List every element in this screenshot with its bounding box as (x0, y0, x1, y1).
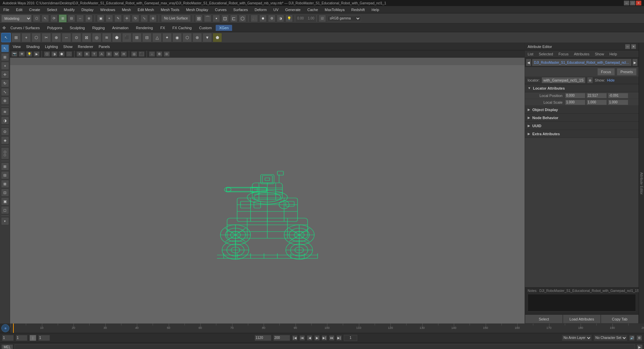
vp-ctrl-wire[interactable]: ⬡ (44, 51, 50, 57)
vp-ctrl-render[interactable]: ▶ (34, 51, 40, 57)
vp-ctrl-camera[interactable]: 📷 (11, 51, 17, 57)
vp-ctrl-gear[interactable]: ⚙ (156, 51, 162, 57)
loop-btn[interactable]: ⬡ (32, 33, 41, 42)
timeline-ruler[interactable]: 1020304050607080901001101201301401501601… (10, 323, 644, 333)
slide-btn[interactable]: ↔ (62, 33, 71, 42)
left-pivot-btn[interactable]: ◈ (1, 136, 9, 144)
offset-btn[interactable]: ⊟ (142, 33, 152, 42)
left-move-btn[interactable]: ✛ (1, 70, 9, 79)
bridge-btn[interactable]: ⊠ (82, 33, 91, 42)
left-universal-btn[interactable]: ⊛ (1, 97, 9, 105)
vp-ctrl-ao[interactable]: A (99, 51, 105, 57)
crease-btn[interactable]: ⊕ (52, 33, 61, 42)
toolbar-btn-5[interactable]: ↔ (76, 15, 84, 22)
left-more-btn[interactable]: ▼ (1, 217, 9, 225)
vp-ctrl-isolate[interactable]: ◎ (131, 51, 137, 57)
reduce-btn[interactable]: ▼ (203, 33, 212, 42)
transport-start-btn[interactable]: |◀ (292, 335, 298, 341)
vp-ctrl-mo[interactable]: M (113, 51, 119, 57)
settings-btn[interactable]: ⚙ (637, 335, 642, 341)
menu-generate[interactable]: Generate (284, 7, 302, 12)
poke-btn[interactable]: ✦ (162, 33, 172, 42)
toolbar-btn-1[interactable]: ⬡ (33, 15, 40, 22)
mode-selector[interactable]: Modeling (1, 15, 32, 22)
range-slider[interactable]: | (30, 335, 36, 341)
circularize-btn[interactable]: ◉ (172, 33, 182, 42)
vp-ctrl-tex[interactable]: T (91, 51, 97, 57)
left-paint-btn[interactable]: ⊞ (1, 53, 9, 61)
menu-redshift[interactable]: Redshift (350, 7, 366, 12)
menu-help[interactable]: Help (370, 7, 381, 12)
vp-menu-renderer[interactable]: Renderer (78, 45, 93, 49)
right-panel-tab[interactable]: Attribute Editor (639, 43, 644, 323)
menu-curves[interactable]: Curves (214, 7, 228, 12)
attr-node-name-field[interactable] (532, 59, 631, 66)
frame-end-range-end[interactable] (273, 335, 290, 341)
menu-mesh-display[interactable]: Mesh Display (185, 7, 210, 12)
uuid-section[interactable]: ▶ UUID (525, 122, 639, 130)
transport-next-key-btn[interactable]: ⏭ (329, 335, 334, 341)
attr-prev-btn[interactable]: ◀ (526, 59, 531, 66)
mel-icon-1[interactable]: ▶ (637, 344, 643, 349)
menu-edit-mesh[interactable]: Edit Mesh (136, 7, 155, 12)
locator-attr-section[interactable]: ▼ Locator Attributes (525, 84, 639, 92)
snap-point-btn[interactable]: • (213, 15, 220, 22)
bevel-btn[interactable]: ⬟ (112, 33, 121, 42)
target-weld-btn[interactable]: ⊙ (72, 33, 81, 42)
menu-mesh[interactable]: Mesh (120, 7, 132, 12)
minimize-button[interactable]: ─ (624, 1, 629, 5)
notes-textarea[interactable] (528, 294, 636, 311)
anim-layer-select[interactable]: No Anim Layer (562, 335, 592, 341)
universal-tool-btn[interactable]: ⊛ (149, 15, 157, 22)
vp-menu-lighting[interactable]: Lighting (45, 45, 58, 49)
load-attributes-btn[interactable]: Load Attributes (563, 314, 601, 323)
vp-ctrl-xray[interactable]: X (76, 51, 83, 57)
vp-ctrl-light[interactable]: 💡 (26, 51, 32, 57)
lasso-tool-btn[interactable]: ⌖ (106, 15, 113, 22)
menu-windows[interactable]: Windows (99, 7, 117, 12)
left-lasso-btn[interactable]: ⌖ (1, 62, 9, 70)
menu-surfaces[interactable]: Surfaces (232, 7, 249, 12)
local-pos-y[interactable] (587, 93, 607, 98)
paint-tool-btn[interactable]: ✎ (114, 15, 122, 22)
menu-edit[interactable]: Edit (15, 7, 24, 12)
menu-uv[interactable]: UV (272, 7, 280, 12)
tab-polygons[interactable]: Polygons (44, 25, 65, 31)
render-btn[interactable]: 🎥 (251, 15, 258, 22)
local-pos-x[interactable] (565, 93, 585, 98)
menu-deform[interactable]: Deform (253, 7, 268, 12)
ae-tab-focus[interactable]: Focus (557, 51, 570, 57)
light-editor-btn[interactable]: 💡 (285, 15, 293, 22)
extra-attr-section[interactable]: ▶ Extra Attributes (525, 130, 639, 138)
snap-face-btn[interactable]: ⬡ (239, 15, 246, 22)
ae-tab-help[interactable]: Help (608, 51, 619, 57)
toolbar-btn-4[interactable]: ⊟ (68, 15, 75, 22)
live-surface-btn[interactable]: No Live Surface (161, 15, 191, 22)
vp-ctrl-hide[interactable]: 👁 (19, 51, 25, 57)
local-pos-z[interactable] (608, 93, 628, 98)
snap-curve-btn[interactable]: ⌒ (204, 15, 211, 22)
node-behavior-section[interactable]: ▶ Node Behavior (525, 114, 639, 122)
menu-modify[interactable]: Modify (62, 7, 76, 12)
tab-custom[interactable]: Custom (196, 25, 215, 31)
ae-tab-selected[interactable]: Selected (537, 51, 554, 57)
audio-btn[interactable]: 🔊 (629, 335, 635, 341)
left-snap-btn[interactable]: ⊙ (1, 128, 9, 136)
tab-xgen[interactable]: XGen (216, 25, 232, 31)
transport-prev-key-btn[interactable]: ⏮ (300, 335, 305, 341)
left-render-btn[interactable]: ⬡⬡ (1, 147, 9, 159)
frame-current-field[interactable] (16, 335, 28, 341)
left-grid5-btn[interactable]: ▣ (1, 197, 9, 205)
select-icon-btn[interactable]: ↖ (1, 33, 11, 42)
hide-link[interactable]: Hide (607, 78, 615, 82)
smooth-btn[interactable]: ⬡ (182, 33, 192, 42)
select-btn[interactable]: Select (525, 314, 563, 323)
lasso-btn[interactable]: ⌖ (21, 33, 31, 42)
vp-menu-shading[interactable]: Shading (26, 45, 40, 49)
tab-rendering[interactable]: Rendering (132, 25, 156, 31)
menu-maxtomaya[interactable]: MaxToMaya (323, 7, 346, 12)
tab-fx-caching[interactable]: FX Caching (169, 25, 195, 31)
attr-close-btn[interactable]: ✕ (631, 44, 636, 49)
left-grid4-btn[interactable]: ⊡ (1, 189, 9, 197)
toolbar-btn-3[interactable]: ⟳ (50, 15, 58, 22)
